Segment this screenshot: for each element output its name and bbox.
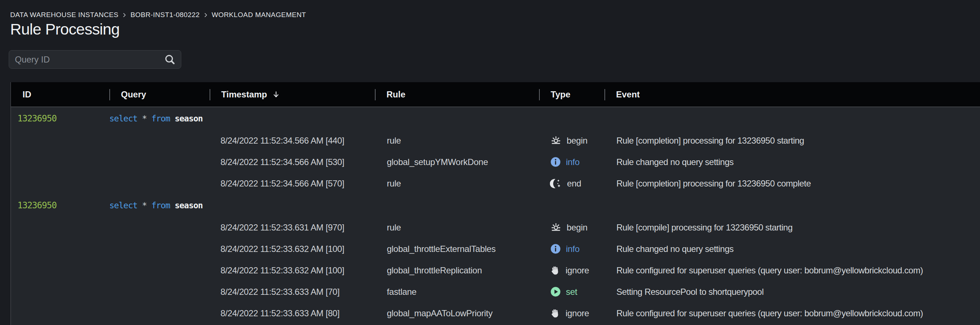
rule-processing-table: ID Query Timestamp Rule Type Event 13236… (11, 82, 980, 325)
sql-token-keyword: from (151, 201, 170, 210)
sql-token-keyword: from (151, 114, 170, 123)
query-group-row: 13236950select * from season (11, 194, 980, 217)
rule-cell: rule (375, 178, 539, 189)
rule-cell: rule (375, 223, 539, 233)
info-icon (550, 156, 561, 167)
type-cell: ignore (539, 307, 605, 319)
timestamp-cell: 8/24/2022 11:52:34.566 AM [570] (210, 178, 375, 189)
timestamp-cell: 8/24/2022 11:52:33.632 AM [100] (210, 265, 375, 276)
event-cell: Rule configured for superuser queries (q… (605, 308, 980, 319)
table-body: 13236950select * from season8/24/2022 11… (11, 107, 980, 324)
table-header-row: ID Query Timestamp Rule Type Event (11, 82, 980, 107)
query-id-search (9, 50, 181, 69)
search-input[interactable] (15, 54, 164, 65)
breadcrumb-item-data-warehouse-instances[interactable]: DATA WAREHOUSE INSTANCES (10, 11, 118, 19)
rule-event-row: 8/24/2022 11:52:33.633 AM [80]global_map… (11, 303, 980, 324)
rule-event-row: 8/24/2022 11:52:33.632 AM [100]global_th… (11, 260, 980, 281)
event-cell: Rule changed no query settings (605, 244, 980, 254)
event-cell: Rule configured for superuser queries (q… (605, 265, 980, 276)
column-header-type[interactable]: Type (539, 82, 605, 107)
column-header-event[interactable]: Event (605, 82, 980, 107)
sql-token-identifier: season (170, 114, 203, 123)
timestamp-cell: 8/24/2022 11:52:33.631 AM [970] (210, 223, 375, 233)
timestamp-cell: 8/24/2022 11:52:33.633 AM [70] (210, 287, 375, 297)
type-label: end (567, 178, 581, 189)
rule-cell: rule (375, 135, 539, 146)
query-group-row: 13236950select * from season (11, 107, 980, 130)
type-label: begin (566, 135, 587, 146)
event-cell: Rule [completion] processing for 1323695… (605, 178, 980, 189)
breadcrumb-item-instance[interactable]: BOBR-INST1-080222 (130, 11, 200, 19)
rule-cell: fastlane (375, 287, 539, 297)
info-icon (550, 243, 561, 255)
breadcrumb-item-workload-management[interactable]: WORKLOAD MANAGEMENT (212, 11, 306, 19)
timestamp-cell: 8/24/2022 11:52:33.633 AM [80] (210, 308, 375, 319)
type-label: set (566, 287, 577, 297)
type-cell: info (539, 156, 605, 167)
column-header-query[interactable]: Query (109, 82, 210, 107)
type-label: info (566, 244, 580, 254)
type-cell: begin (539, 134, 605, 147)
rule-cell: global_setupYMWorkDone (375, 157, 539, 167)
type-cell: end (539, 178, 605, 190)
query-sql: select * from season (109, 201, 605, 210)
sql-token-identifier: season (170, 201, 203, 210)
sql-token-operator: * (137, 201, 151, 210)
page-title: Rule Processing (10, 20, 119, 38)
query-id[interactable]: 13236950 (11, 200, 109, 210)
rule-event-row: 8/24/2022 11:52:33.633 AM [70]fastlanese… (11, 281, 980, 303)
arrow-down-icon (272, 91, 280, 99)
rule-cell: global_throttleExternalTables (375, 244, 539, 254)
timestamp-cell: 8/24/2022 11:52:34.566 AM [530] (210, 157, 375, 167)
breadcrumb: DATA WAREHOUSE INSTANCES BOBR-INST1-0802… (10, 11, 306, 19)
type-cell: ignore (539, 264, 605, 276)
type-cell: set (539, 286, 605, 297)
sql-token-operator: * (137, 114, 151, 123)
type-label: ignore (566, 308, 589, 319)
event-cell: Rule [compile] processing for 13236950 s… (605, 223, 980, 233)
column-header-rule[interactable]: Rule (375, 82, 539, 107)
hand-icon (550, 307, 561, 319)
search-icon[interactable] (164, 53, 176, 65)
rule-event-row: 8/24/2022 11:52:34.566 AM [570]ruleendRu… (11, 173, 980, 194)
type-label: info (566, 157, 580, 167)
query-id[interactable]: 13236950 (11, 113, 109, 124)
sunrise-icon (550, 134, 562, 147)
moon-icon (550, 178, 562, 190)
type-cell: info (539, 243, 605, 255)
chevron-right-icon (203, 12, 208, 18)
query-sql: select * from season (109, 114, 605, 123)
rule-event-row: 8/24/2022 11:52:34.566 AM [440]rulebegin… (11, 130, 980, 151)
rule-cell: global_throttleReplication (375, 265, 539, 276)
type-label: ignore (566, 265, 589, 276)
rule-event-row: 8/24/2022 11:52:34.566 AM [530]global_se… (11, 151, 980, 173)
column-header-timestamp[interactable]: Timestamp (210, 82, 375, 107)
event-cell: Rule [completion] processing for 1323695… (605, 135, 980, 146)
hand-icon (550, 264, 561, 276)
sunrise-icon (550, 221, 562, 233)
sql-token-keyword: select (109, 114, 137, 123)
rule-cell: global_mapAAToLowPriority (375, 308, 539, 319)
play-icon (550, 286, 561, 297)
rule-event-row: 8/24/2022 11:52:33.632 AM [100]global_th… (11, 238, 980, 260)
type-label: begin (566, 223, 587, 233)
timestamp-cell: 8/24/2022 11:52:33.632 AM [100] (210, 244, 375, 254)
event-cell: Rule changed no query settings (605, 157, 980, 167)
event-cell: Setting ResourcePool to shortquerypool (605, 287, 980, 297)
chevron-right-icon (122, 12, 127, 18)
rule-event-row: 8/24/2022 11:52:33.631 AM [970]rulebegin… (11, 217, 980, 238)
type-cell: begin (539, 221, 605, 233)
sql-token-keyword: select (109, 201, 137, 210)
timestamp-cell: 8/24/2022 11:52:34.566 AM [440] (210, 135, 375, 146)
column-header-id[interactable]: ID (11, 82, 109, 107)
